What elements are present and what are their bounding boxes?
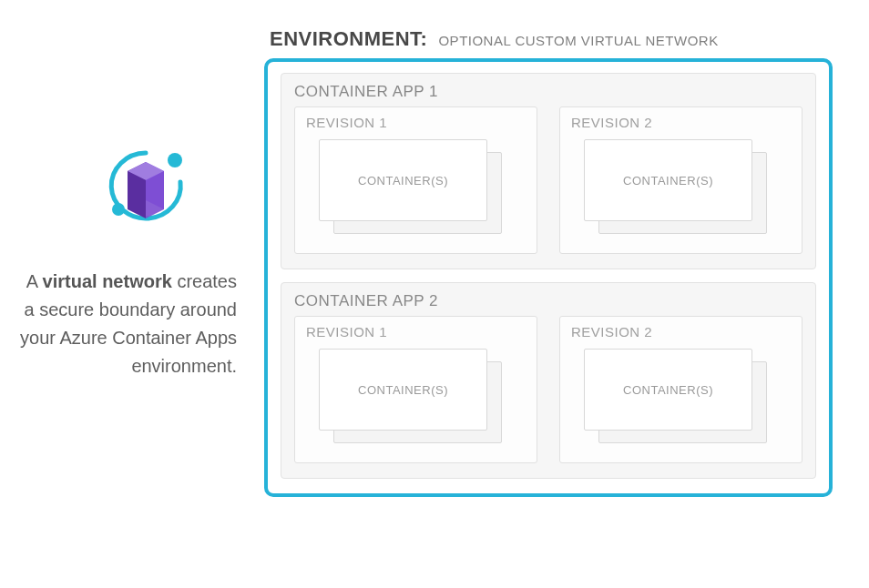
- container-stack: CONTAINER(S): [571, 136, 791, 240]
- revision-box: REVISION 1 CONTAINER(S): [294, 106, 537, 254]
- revision-box: REVISION 2 CONTAINER(S): [559, 106, 803, 254]
- app-title: CONTAINER APP 1: [294, 83, 803, 101]
- right-column: ENVIRONMENT: OPTIONAL CUSTOM VIRTUAL NET…: [264, 27, 833, 497]
- environment-label: ENVIRONMENT:: [270, 27, 427, 51]
- container-card-front: CONTAINER(S): [584, 139, 752, 221]
- svg-point-0: [168, 153, 182, 167]
- environment-box: CONTAINER APP 1 REVISION 1 CONTAINER(S) …: [264, 58, 833, 497]
- revision-title: REVISION 1: [306, 324, 526, 340]
- container-label: CONTAINER(S): [623, 383, 713, 397]
- container-label: CONTAINER(S): [358, 383, 448, 397]
- revision-title: REVISION 2: [571, 115, 791, 130]
- revision-title: REVISION 2: [571, 324, 791, 340]
- container-card-front: CONTAINER(S): [319, 139, 487, 221]
- container-card-front: CONTAINER(S): [319, 349, 487, 431]
- container-card-front: CONTAINER(S): [584, 349, 752, 431]
- container-label: CONTAINER(S): [358, 174, 448, 188]
- app-title: CONTAINER APP 2: [294, 292, 803, 310]
- environment-header: ENVIRONMENT: OPTIONAL CUSTOM VIRTUAL NET…: [264, 27, 833, 51]
- revision-box: REVISION 2 CONTAINER(S): [559, 316, 803, 463]
- container-stack: CONTAINER(S): [571, 345, 791, 450]
- container-app-2: CONTAINER APP 2 REVISION 1 CONTAINER(S) …: [281, 282, 816, 479]
- svg-point-1: [112, 203, 125, 216]
- container-label: CONTAINER(S): [623, 174, 713, 188]
- caption-text: A virtual network creates a secure bound…: [18, 268, 237, 380]
- virtual-network-icon: [100, 146, 191, 231]
- container-stack: CONTAINER(S): [306, 136, 526, 240]
- environment-subtitle: OPTIONAL CUSTOM VIRTUAL NETWORK: [438, 33, 718, 48]
- container-stack: CONTAINER(S): [306, 345, 526, 450]
- revision-box: REVISION 1 CONTAINER(S): [294, 316, 537, 463]
- left-column: A virtual network creates a secure bound…: [18, 27, 237, 380]
- container-app-1: CONTAINER APP 1 REVISION 1 CONTAINER(S) …: [281, 73, 816, 269]
- revision-title: REVISION 1: [306, 115, 526, 130]
